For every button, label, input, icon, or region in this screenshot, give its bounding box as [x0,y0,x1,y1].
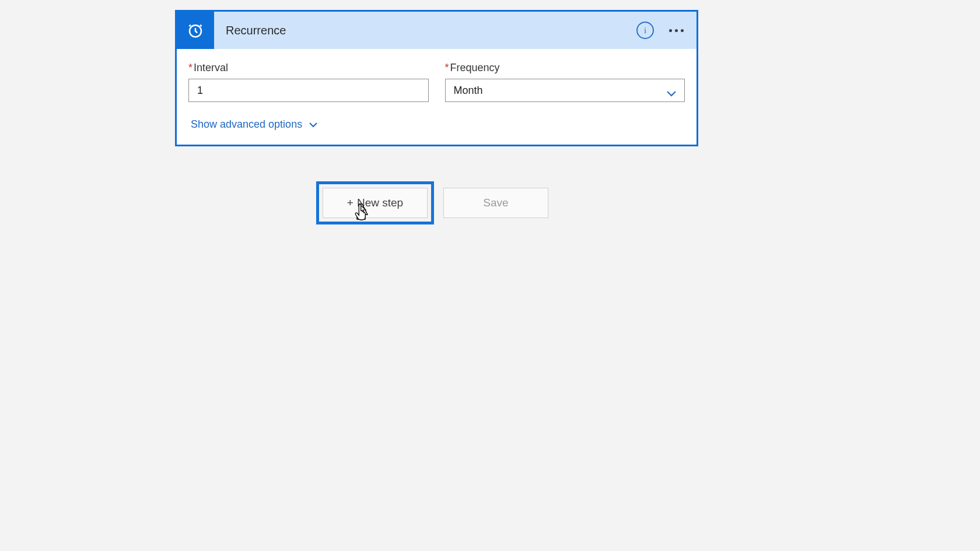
frequency-field-group: *Frequency Month [445,62,685,102]
interval-value: 1 [197,85,203,97]
advanced-options-label: Show advanced options [191,118,302,131]
card-body: *Interval 1 *Frequency Month Sho [177,49,696,145]
interval-label-text: Interval [194,62,228,73]
card-title: Recurrence [214,24,636,37]
chevron-down-icon [667,87,676,93]
interval-label: *Interval [188,62,429,74]
actions-row: + New step Save [316,181,548,224]
new-step-highlight: + New step [316,181,434,224]
save-label: Save [483,196,508,209]
header-actions: i [636,22,696,39]
recurrence-icon [177,12,214,49]
recurrence-card: Recurrence i *Interval 1 *Frequency [175,10,698,146]
new-step-label: New step [357,196,403,209]
show-advanced-options-link[interactable]: Show advanced options [188,118,317,131]
new-step-button[interactable]: + New step [323,188,428,218]
interval-input[interactable]: 1 [188,79,429,102]
required-mark: * [445,62,449,73]
frequency-label: *Frequency [445,62,685,74]
frequency-label-text: Frequency [450,62,500,73]
frequency-value: Month [454,85,483,97]
info-icon[interactable]: i [636,22,654,39]
fields-row: *Interval 1 *Frequency Month [188,62,685,102]
more-menu-icon[interactable] [669,29,684,32]
save-button[interactable]: Save [443,188,548,218]
required-mark: * [188,62,192,73]
card-header: Recurrence i [177,12,696,49]
chevron-down-icon [309,118,317,131]
interval-field-group: *Interval 1 [188,62,429,102]
frequency-select[interactable]: Month [445,79,685,102]
plus-icon: + [347,196,354,209]
